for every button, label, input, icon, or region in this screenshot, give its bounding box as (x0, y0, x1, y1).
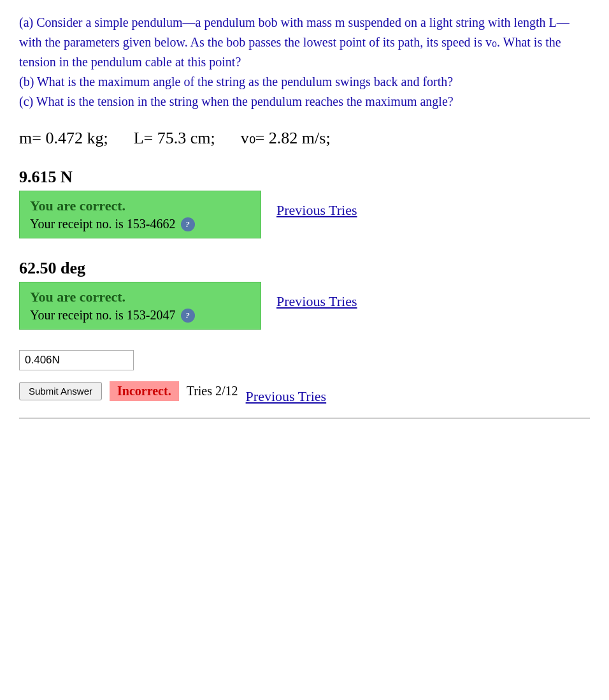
answer-c-input-row (19, 350, 590, 370)
answer-b-value: 62.50 deg (19, 259, 590, 278)
length-value: = 75.3 cm; (144, 129, 215, 147)
answer-a-correct-box: You are correct. Your receipt no. is 153… (19, 191, 261, 238)
mass-var: m (19, 129, 32, 147)
v0-value: = 2.82 m/s; (255, 129, 331, 147)
answer-b-correct-title: You are correct. (30, 289, 250, 305)
mass-param: m= 0.472 kg; (19, 127, 108, 150)
part-b-text: (b) What is the maximum angle of the str… (19, 72, 590, 92)
answer-c-section: Submit Answer Incorrect. Tries 2/12 Prev… (19, 350, 590, 405)
answer-a-help-icon[interactable]: ? (181, 217, 195, 231)
v0-var: v₀ (241, 129, 255, 147)
question-text: (a) Consider a simple pendulum—a pendulu… (19, 13, 590, 112)
part-c-text: (c) What is the tension in the string wh… (19, 92, 590, 112)
answer-a-row: You are correct. Your receipt no. is 153… (19, 191, 590, 246)
mass-value: = 0.472 kg; (32, 129, 108, 147)
length-var: L (134, 129, 144, 147)
answer-c-previous-tries-link[interactable]: Previous Tries (246, 388, 327, 405)
answer-a-previous-tries-link[interactable]: Previous Tries (276, 202, 357, 219)
v0-param: v₀= 2.82 m/s; (241, 127, 331, 150)
answer-b-row: You are correct. Your receipt no. is 153… (19, 282, 590, 337)
answer-a-section: 9.615 N You are correct. Your receipt no… (19, 168, 590, 246)
answer-c-input[interactable] (19, 350, 134, 370)
answer-a-receipt-line: Your receipt no. is 153-4662 ? (30, 217, 250, 231)
submit-answer-button[interactable]: Submit Answer (19, 382, 102, 400)
answer-b-receipt-text: Your receipt no. is 153-2047 (30, 308, 176, 323)
length-param: L= 75.3 cm; (134, 127, 215, 150)
answer-b-correct-box: You are correct. Your receipt no. is 153… (19, 282, 261, 330)
answer-a-correct-title: You are correct. (30, 198, 250, 214)
answer-b-receipt-line: Your receipt no. is 153-2047 ? (30, 308, 250, 323)
incorrect-badge: Incorrect. (110, 381, 179, 401)
part-a-text: (a) Consider a simple pendulum—a pendulu… (19, 13, 590, 72)
tries-count: Tries 2/12 (187, 384, 238, 398)
answer-a-receipt-text: Your receipt no. is 153-4662 (30, 217, 176, 231)
answer-c-submit-row: Submit Answer Incorrect. Tries 2/12 Prev… (19, 377, 590, 405)
answer-b-help-icon[interactable]: ? (181, 309, 195, 323)
answer-b-previous-tries-link[interactable]: Previous Tries (276, 293, 357, 310)
answer-a-value: 9.615 N (19, 168, 590, 187)
bottom-divider (19, 418, 590, 419)
answer-b-section: 62.50 deg You are correct. Your receipt … (19, 259, 590, 337)
parameters-line: m= 0.472 kg; L= 75.3 cm; v₀= 2.82 m/s; (19, 127, 590, 150)
